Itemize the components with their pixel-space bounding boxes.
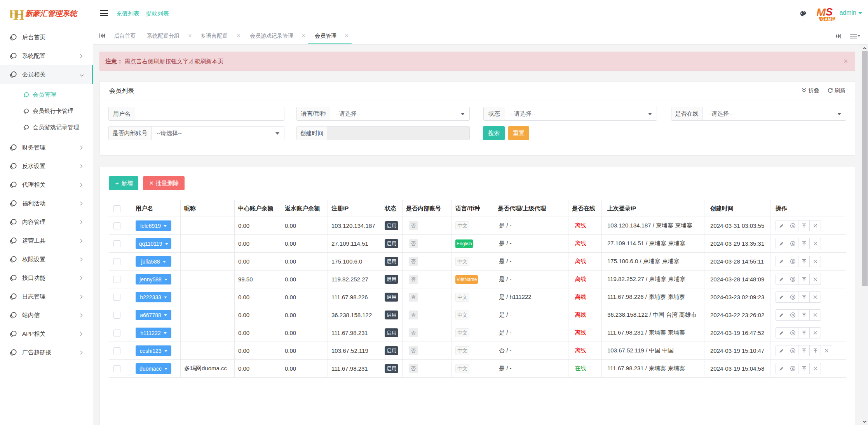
- svg-text:S: S: [791, 349, 794, 353]
- svg-text:S: S: [791, 313, 794, 317]
- svg-text:S: S: [791, 260, 794, 264]
- svg-text:S: S: [791, 242, 794, 246]
- svg-text:GAME: GAME: [821, 17, 835, 21]
- svg-text:S: S: [791, 331, 794, 335]
- svg-text:S: S: [826, 6, 833, 18]
- svg-text:H: H: [13, 7, 24, 21]
- svg-text:S: S: [791, 224, 794, 228]
- svg-text:S: S: [791, 367, 794, 371]
- svg-text:S: S: [791, 278, 794, 281]
- svg-text:S: S: [791, 295, 794, 299]
